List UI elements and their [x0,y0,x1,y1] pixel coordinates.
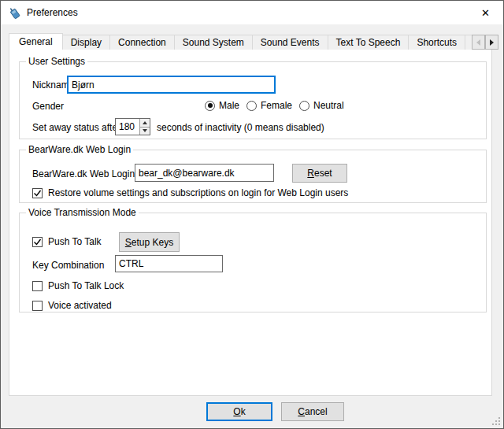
radio-label: Neutral [313,100,344,111]
tab-video[interactable]: Video [465,35,472,50]
web-login-group: BearWare.dk Web Login BearWare.dk Web Lo… [19,150,487,203]
gender-label: Gender [32,101,64,112]
tab-shortcuts[interactable]: Shortcuts [408,35,465,50]
radio-icon [205,101,215,111]
away-seconds-value[interactable]: 180 [116,119,139,135]
web-login-id-input[interactable] [135,164,274,182]
radio-label: Female [261,100,292,111]
nickname-input[interactable] [67,76,276,94]
tab-sound-system[interactable]: Sound System [174,35,253,50]
titlebar[interactable]: Preferences ✕ [1,1,503,24]
push-to-talk-lock-checkbox[interactable]: Push To Talk Lock [32,279,124,292]
setup-keys-button[interactable]: Setup Keys [119,232,180,252]
general-tab-panel: User Settings Nickname Gender Male Femal… [9,49,492,396]
arrow-down-icon [143,129,147,132]
arrow-up-icon [143,121,147,124]
key-combination-label: Key Combination [32,260,104,271]
checkbox-label: Voice activated [48,300,112,311]
restore-volume-checkbox[interactable]: Restore volume settings and subscription… [32,187,348,199]
checkbox-label: Push To Talk Lock [48,280,124,291]
voice-transmission-group-label: Voice Transmission Mode [26,207,139,218]
key-combination-input[interactable] [115,255,223,272]
tab-scroll-left-button[interactable] [472,35,485,50]
close-button[interactable]: ✕ [468,1,503,24]
voice-transmission-group: Voice Transmission Mode Push To Talk Set… [19,213,487,313]
checkbox-label: Restore volume settings and subscription… [48,187,348,198]
tab-bar: General Display Connection Sound System … [9,32,472,50]
away-status-suffix-label: seconds of inactivity (0 means disabled) [157,122,324,133]
tab-general[interactable]: General [9,33,63,50]
voice-activated-checkbox[interactable]: Voice activated [32,299,112,312]
cancel-button[interactable]: Cancel [281,402,344,421]
checkbox-label: Push To Talk [48,236,102,247]
away-seconds-spinner[interactable]: 180 [115,118,150,135]
away-status-label: Set away status after [32,122,120,133]
preferences-dialog: Preferences ✕ General Display Connection… [0,0,504,429]
user-settings-group: User Settings Nickname Gender Male Femal… [19,61,487,139]
chevron-left-icon [476,39,480,46]
chevron-right-icon [490,39,494,46]
gender-radio-female[interactable]: Female [246,99,292,112]
checkbox-checked-icon [32,188,43,198]
spinner-up-button[interactable] [140,119,150,128]
radio-label: Male [219,100,239,111]
teamtalk-icon [9,6,21,19]
tab-text-to-speech[interactable]: Text To Speech [328,35,410,50]
tab-display[interactable]: Display [62,35,110,50]
web-login-id-label: BearWare.dk Web Login ID [32,168,146,179]
window-title: Preferences [27,1,78,24]
tab-sound-events[interactable]: Sound Events [252,35,328,50]
checkbox-unchecked-icon [32,281,43,291]
gender-radio-male[interactable]: Male [205,99,239,112]
tab-scroll-right-button[interactable] [485,35,498,50]
gender-radio-neutral[interactable]: Neutral [299,99,344,112]
radio-icon [246,101,257,111]
checkbox-unchecked-icon [32,301,43,311]
radio-icon [299,101,309,111]
web-login-group-label: BearWare.dk Web Login [26,144,133,155]
resize-grip[interactable] [491,416,501,426]
user-settings-group-label: User Settings [26,56,87,67]
checkbox-checked-icon [32,237,43,247]
ok-button[interactable]: Ok [206,402,272,421]
tab-connection[interactable]: Connection [109,35,175,50]
spinner-down-button[interactable] [140,128,150,135]
push-to-talk-checkbox[interactable]: Push To Talk [32,235,102,248]
reset-button[interactable]: Reset [292,164,347,183]
